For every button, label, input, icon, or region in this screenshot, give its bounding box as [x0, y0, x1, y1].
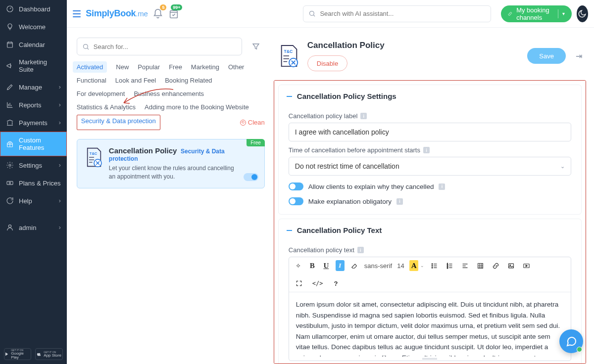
chevron-right-icon: › [59, 84, 61, 91]
features-search-input[interactable] [94, 43, 237, 50]
feature-toggle[interactable] [244, 173, 258, 181]
font-color-button[interactable]: A [409, 260, 419, 271]
collapse-right-icon[interactable]: ⇥ [576, 51, 582, 61]
link-button[interactable] [491, 260, 501, 271]
policy-label-field-label: Cancellation policy label i [289, 112, 571, 120]
underline-button[interactable]: U [322, 260, 331, 271]
info-icon[interactable]: i [360, 113, 367, 119]
tag-marketing[interactable]: Marketing [191, 61, 219, 73]
free-badge: Free [247, 139, 265, 146]
sidebar-label: admin [19, 224, 36, 231]
tag-activated[interactable]: Activated [73, 61, 107, 73]
section-text-toggle[interactable]: Cancellation Policy Text [279, 219, 581, 241]
info-icon[interactable]: i [423, 147, 430, 153]
tag-security[interactable]: Security & Data protection [77, 115, 160, 130]
calendar-icon [6, 41, 14, 48]
disable-button[interactable]: Disable [307, 55, 347, 71]
italic-button[interactable]: I [336, 260, 345, 271]
tag-stats[interactable]: Statistics & Analytics [77, 101, 136, 113]
sidebar-item-reports[interactable]: Reports › [0, 96, 67, 114]
sidebar-item-payments[interactable]: Payments › [0, 114, 67, 132]
tag-popular[interactable]: Popular [138, 61, 160, 73]
tag-booking[interactable]: Booking Related [165, 75, 212, 86]
bullet-list-button[interactable] [429, 260, 440, 271]
chat-fab[interactable] [559, 329, 583, 353]
fullscreen-button[interactable] [294, 278, 304, 289]
sidebar-item-welcome[interactable]: Welcome [0, 18, 67, 36]
sidebar-item-settings[interactable]: Settings › [0, 156, 67, 174]
tag-adding[interactable]: Adding more to the Booking Website [145, 101, 249, 113]
font-size-select[interactable]: 14 [397, 262, 404, 270]
chevron-right-icon: › [59, 197, 61, 204]
notifications-button[interactable]: 5 [152, 8, 163, 19]
info-icon[interactable]: i [396, 198, 403, 205]
sidebar-label: Settings [19, 162, 42, 169]
video-button[interactable] [521, 260, 532, 271]
svg-point-5 [9, 182, 10, 183]
sidebar-item-plans[interactable]: Plans & Prices [0, 174, 67, 192]
sidebar-label: Calendar [19, 41, 45, 48]
policy-label-input[interactable] [289, 123, 571, 141]
ordered-list-button[interactable]: 123 [445, 260, 455, 271]
tag-clean[interactable]: ⟲ Clean [240, 115, 265, 130]
help-icon [6, 197, 14, 205]
hamburger-icon[interactable] [73, 8, 81, 20]
sidebar-label: Payments [19, 119, 48, 127]
tag-free[interactable]: Free [169, 61, 182, 73]
sidebar-item-custom-features[interactable]: Custom Features [0, 132, 67, 156]
obligatory-toggle[interactable] [289, 197, 303, 205]
app-store-badge[interactable]: GET IT ONApp Store [35, 348, 62, 360]
sidebar-item-calendar[interactable]: Calendar [0, 36, 67, 53]
chevron-down-icon[interactable]: ⌄ [420, 263, 424, 268]
image-button[interactable] [506, 260, 516, 271]
sidebar-item-manage[interactable]: Manage › [0, 78, 67, 96]
time-restrict-select[interactable]: Do not restrict time of cancellation ⌄ [289, 157, 571, 176]
feature-title: Cancellation Policy [109, 146, 177, 155]
features-search[interactable] [77, 38, 242, 55]
payments-icon [6, 119, 14, 127]
bookings-button[interactable]: 99+ [168, 8, 179, 19]
sidebar-item-dashboard[interactable]: Dashboard [0, 0, 67, 18]
info-icon[interactable]: i [439, 183, 445, 190]
tag-functional[interactable]: Functional [77, 75, 106, 86]
tag-new[interactable]: New [116, 61, 129, 73]
google-play-badge[interactable]: GET IT ONGoogle Play [4, 348, 31, 360]
eraser-icon[interactable] [349, 260, 359, 271]
bold-button[interactable]: B [308, 260, 317, 271]
code-button[interactable]: </> [311, 278, 325, 289]
bulb-icon [6, 23, 14, 31]
svg-point-9 [83, 44, 88, 48]
sidebar-label: Marketing Suite [19, 58, 61, 73]
chevron-down-icon: ▾ [562, 11, 565, 16]
editor-content[interactable]: Lorem ipsum dolor sit amet, consectetur … [289, 292, 571, 357]
table-button[interactable] [475, 260, 486, 271]
store-badges: GET IT ONGoogle Play GET IT ONApp Store [0, 344, 67, 364]
save-button[interactable]: Save [527, 48, 566, 64]
logo[interactable]: SimplyBook.me [86, 8, 148, 19]
tag-other[interactable]: Other [228, 61, 245, 73]
resize-handle[interactable] [289, 357, 571, 361]
svg-rect-4 [7, 182, 13, 185]
ai-search-input[interactable] [320, 10, 486, 17]
sidebar-item-marketing[interactable]: Marketing Suite [0, 53, 67, 78]
sidebar-item-admin[interactable]: admin › [0, 219, 67, 236]
wand-icon[interactable]: ✧ [294, 260, 303, 271]
tag-dev[interactable]: For development [77, 88, 125, 99]
allow-explain-toggle[interactable] [289, 182, 303, 190]
info-icon[interactable]: i [357, 247, 364, 253]
sidebar-label: Help [19, 197, 32, 205]
ai-search[interactable] [303, 5, 491, 22]
tag-look[interactable]: Look and Feel [115, 75, 156, 86]
help-button[interactable]: ? [332, 278, 341, 289]
tag-business[interactable]: Business enhancements [134, 88, 204, 99]
terms-icon: T&C [84, 146, 104, 168]
align-button[interactable] [460, 260, 470, 271]
font-family-select[interactable]: sans-serif [364, 262, 392, 270]
booking-channels-button[interactable]: My booking channels ▾ [501, 5, 571, 22]
theme-toggle[interactable] [577, 5, 588, 22]
chevron-right-icon: › [59, 224, 61, 231]
sidebar-item-help[interactable]: Help › [0, 192, 67, 210]
filter-button[interactable] [247, 38, 265, 55]
section-settings-toggle[interactable]: Cancellation Policy Settings [279, 85, 581, 107]
feature-card-cancellation[interactable]: Free T&C Cancellation Policy Security & … [77, 139, 265, 188]
